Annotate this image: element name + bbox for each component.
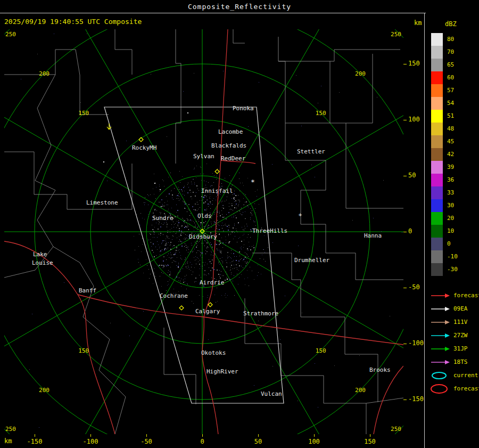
vector-legend: forecast09EA111V27ZW31JP18TScurrentforec… xyxy=(430,289,479,395)
dbz-scale-row: -10 xyxy=(431,250,458,263)
city-label: Banff xyxy=(79,287,96,294)
city-label: Didsbury xyxy=(189,233,217,240)
city-label: Lake xyxy=(33,251,47,258)
dbz-value-label: 0 xyxy=(447,238,451,250)
dbz-swatch xyxy=(431,199,443,212)
dbz-swatch xyxy=(431,59,443,71)
y-axis-tick xyxy=(403,288,407,288)
city-label: RockyMH xyxy=(132,144,156,151)
dbz-swatch xyxy=(431,71,443,84)
x-axis-tick-label: -100 xyxy=(80,438,101,445)
station-dot-icon xyxy=(160,189,161,190)
dbz-swatch xyxy=(431,33,443,46)
dbz-scale-row: 80 xyxy=(431,33,458,46)
city-label: Airdrie xyxy=(200,279,224,286)
legend-title: dBZ xyxy=(445,20,457,28)
radar-canvas[interactable]: 150200250150200250150200250150200250Pono… xyxy=(4,29,403,434)
y-axis-tick-label: 150 xyxy=(408,60,420,67)
city-label: Brooks xyxy=(369,366,391,373)
dbz-swatch xyxy=(431,135,443,148)
dbz-value-label: 36 xyxy=(447,174,454,186)
storm-ellipse-icon xyxy=(430,384,450,394)
radar-site-diamond-icon xyxy=(215,169,219,174)
dbz-value-label: 65 xyxy=(447,59,454,71)
city-label: Blackfalds xyxy=(211,142,246,149)
ring-distance-label: 250 xyxy=(391,426,401,433)
dbz-swatch xyxy=(431,250,443,263)
station-dot-icon xyxy=(227,279,228,280)
vector-legend-row: 111V xyxy=(430,315,479,329)
station-dot-icon xyxy=(103,161,104,162)
dbz-swatch xyxy=(431,123,443,135)
dbz-scale-row: 51 xyxy=(431,110,458,123)
y-axis-tick-label: -100 xyxy=(408,339,424,347)
x-axis-tick xyxy=(90,434,91,437)
dbz-value-label: 57 xyxy=(447,84,454,97)
y-axis-tick-label: 0 xyxy=(408,227,412,235)
dbz-scale-row: 57 xyxy=(431,84,458,97)
x-axis-tick xyxy=(146,434,147,437)
city-label: HighRiver xyxy=(207,368,238,375)
dbz-value-label: 70 xyxy=(447,46,454,59)
city-label: Okotoks xyxy=(201,349,226,356)
y-axis-tick-label: -150 xyxy=(408,395,424,403)
vector-legend-row: 18TS xyxy=(430,355,479,369)
city-label: Sundre xyxy=(152,215,174,222)
city-label: Stettler xyxy=(297,148,325,155)
vector-legend-row: 31JP xyxy=(430,342,479,355)
city-label: Innisfail xyxy=(201,188,233,194)
city-label: Sylvan xyxy=(193,153,214,160)
ring-distance-label: 200 xyxy=(355,70,366,77)
city-label: Olds xyxy=(197,213,212,219)
vector-arrow-icon xyxy=(430,344,450,354)
dbz-scale-row: 30 xyxy=(431,199,458,212)
dbz-scale-row: 39 xyxy=(431,161,458,174)
dbz-scale-row: -30 xyxy=(431,263,458,276)
y-axis-tick-label: -50 xyxy=(408,283,420,291)
vector-legend-label: forecast xyxy=(453,292,479,299)
dbz-scale-row: 36 xyxy=(431,174,458,186)
dbz-value-label: 54 xyxy=(447,97,454,110)
x-axis-tick-label: -50 xyxy=(136,438,157,445)
ring-distance-label: 150 xyxy=(316,347,326,354)
y-axis-tick xyxy=(403,232,407,232)
vector-legend-label: 31JP xyxy=(453,345,468,352)
vector-legend-label: forecast xyxy=(453,385,479,392)
city-label: Lacombe xyxy=(218,128,243,135)
dbz-value-label: -10 xyxy=(447,250,458,263)
dbz-swatch xyxy=(431,161,443,174)
dbz-scale-row: 70 xyxy=(431,46,458,59)
city-label: Hanna xyxy=(364,232,382,239)
x-axis-tick xyxy=(370,434,370,437)
city-label: Vulcan xyxy=(261,390,282,397)
x-axis-tick-label: 150 xyxy=(359,438,381,445)
dbz-scale-row: 48 xyxy=(431,123,458,135)
dbz-swatch xyxy=(431,46,443,59)
radar-map[interactable]: 150200250150200250150200250150200250Pono… xyxy=(4,29,403,434)
dbz-color-scale: 807065605754514845423936333020100-10-30 xyxy=(431,33,458,276)
dbz-swatch xyxy=(431,97,443,110)
y-axis-tick xyxy=(403,120,407,120)
dbz-scale-row: 42 xyxy=(431,148,458,161)
city-label: Cochrane xyxy=(160,292,188,299)
dbz-swatch xyxy=(431,238,443,250)
asterisk-marker-icon: * xyxy=(251,178,255,186)
vector-legend-label: 111V xyxy=(453,319,468,325)
dbz-value-label: -30 xyxy=(447,263,458,276)
city-label: Drumheller xyxy=(294,257,330,264)
dbz-swatch xyxy=(431,186,443,199)
vector-legend-row: 09EA xyxy=(430,302,479,315)
dbz-value-label: 10 xyxy=(447,225,454,238)
x-axis-tick xyxy=(258,434,259,437)
dbz-swatch xyxy=(431,212,443,225)
x-axis-tick-label: 50 xyxy=(247,438,269,445)
dbz-swatch xyxy=(431,263,443,276)
ring-distance-label: 250 xyxy=(5,31,16,38)
dbz-scale-row: 10 xyxy=(431,225,458,238)
radar-coverage-box xyxy=(104,107,284,403)
dbz-value-label: 20 xyxy=(447,212,454,225)
x-axis-unit-label: km xyxy=(4,437,12,445)
x-axis-tick-label: 100 xyxy=(303,438,325,445)
storm-ellipse-icon xyxy=(430,371,450,380)
x-axis-tick-label: -150 xyxy=(24,438,45,445)
